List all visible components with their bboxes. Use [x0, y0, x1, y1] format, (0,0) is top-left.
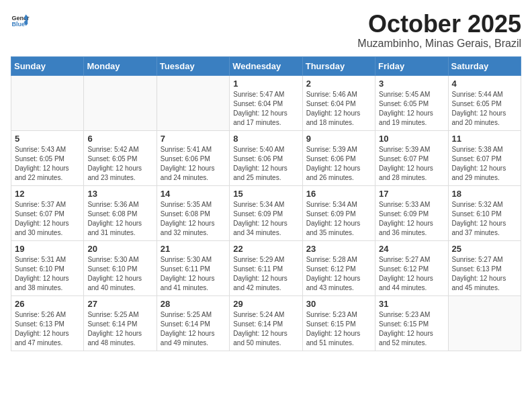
weekday-sunday: Sunday	[11, 56, 84, 75]
header: General Blue October 2025 Muzambinho, Mi…	[11, 11, 521, 50]
day-number: 28	[161, 299, 226, 309]
day-cell	[157, 75, 229, 130]
day-number: 20	[87, 244, 152, 254]
weekday-friday: Friday	[375, 56, 448, 75]
day-number: 2	[306, 79, 371, 89]
day-number: 19	[15, 244, 80, 254]
day-cell: 12Sunrise: 5:37 AMSunset: 6:07 PMDayligh…	[11, 185, 84, 240]
day-info: Sunrise: 5:25 AMSunset: 6:14 PMDaylight:…	[161, 310, 226, 348]
day-cell: 17Sunrise: 5:33 AMSunset: 6:09 PMDayligh…	[375, 185, 448, 240]
day-cell: 25Sunrise: 5:27 AMSunset: 6:13 PMDayligh…	[448, 240, 521, 295]
day-info: Sunrise: 5:27 AMSunset: 6:13 PMDaylight:…	[452, 255, 517, 293]
weekday-thursday: Thursday	[302, 56, 375, 75]
day-number: 16	[306, 189, 371, 199]
day-number: 10	[379, 134, 444, 144]
calendar: SundayMondayTuesdayWednesdayThursdayFrid…	[11, 56, 521, 351]
day-number: 18	[452, 189, 517, 199]
day-number: 31	[379, 299, 444, 309]
day-cell: 30Sunrise: 5:23 AMSunset: 6:15 PMDayligh…	[302, 295, 375, 351]
day-info: Sunrise: 5:40 AMSunset: 6:06 PMDaylight:…	[233, 145, 298, 183]
title-area: October 2025 Muzambinho, Minas Gerais, B…	[357, 11, 521, 50]
day-number: 1	[233, 79, 298, 89]
day-cell	[11, 75, 84, 130]
day-cell: 2Sunrise: 5:46 AMSunset: 6:04 PMDaylight…	[302, 75, 375, 130]
day-info: Sunrise: 5:44 AMSunset: 6:05 PMDaylight:…	[452, 90, 517, 128]
day-number: 29	[233, 299, 298, 309]
day-cell: 28Sunrise: 5:25 AMSunset: 6:14 PMDayligh…	[157, 295, 229, 351]
day-number: 8	[233, 134, 298, 144]
day-info: Sunrise: 5:30 AMSunset: 6:10 PMDaylight:…	[87, 255, 152, 293]
day-info: Sunrise: 5:32 AMSunset: 6:10 PMDaylight:…	[452, 200, 517, 238]
week-row-3: 12Sunrise: 5:37 AMSunset: 6:07 PMDayligh…	[11, 185, 521, 240]
day-info: Sunrise: 5:23 AMSunset: 6:15 PMDaylight:…	[306, 310, 371, 348]
day-cell: 23Sunrise: 5:28 AMSunset: 6:12 PMDayligh…	[302, 240, 375, 295]
day-cell: 3Sunrise: 5:45 AMSunset: 6:05 PMDaylight…	[375, 75, 448, 130]
day-info: Sunrise: 5:38 AMSunset: 6:07 PMDaylight:…	[452, 145, 517, 183]
day-cell: 7Sunrise: 5:41 AMSunset: 6:06 PMDaylight…	[157, 130, 229, 185]
day-info: Sunrise: 5:23 AMSunset: 6:15 PMDaylight:…	[379, 310, 444, 348]
day-info: Sunrise: 5:28 AMSunset: 6:12 PMDaylight:…	[306, 255, 371, 293]
day-info: Sunrise: 5:25 AMSunset: 6:14 PMDaylight:…	[87, 310, 152, 348]
weekday-tuesday: Tuesday	[157, 56, 229, 75]
day-info: Sunrise: 5:41 AMSunset: 6:06 PMDaylight:…	[161, 145, 226, 183]
day-number: 15	[233, 189, 298, 199]
day-info: Sunrise: 5:34 AMSunset: 6:09 PMDaylight:…	[306, 200, 371, 238]
day-number: 6	[87, 134, 152, 144]
logo-icon: General Blue	[11, 11, 30, 30]
day-number: 9	[306, 134, 371, 144]
day-cell: 29Sunrise: 5:24 AMSunset: 6:14 PMDayligh…	[230, 295, 302, 351]
day-cell: 11Sunrise: 5:38 AMSunset: 6:07 PMDayligh…	[448, 130, 521, 185]
day-info: Sunrise: 5:29 AMSunset: 6:11 PMDaylight:…	[233, 255, 298, 293]
day-info: Sunrise: 5:27 AMSunset: 6:12 PMDaylight:…	[379, 255, 444, 293]
day-cell: 18Sunrise: 5:32 AMSunset: 6:10 PMDayligh…	[448, 185, 521, 240]
day-cell: 10Sunrise: 5:39 AMSunset: 6:07 PMDayligh…	[375, 130, 448, 185]
day-cell: 31Sunrise: 5:23 AMSunset: 6:15 PMDayligh…	[375, 295, 448, 351]
day-number: 24	[379, 244, 444, 254]
day-number: 27	[87, 299, 152, 309]
day-info: Sunrise: 5:33 AMSunset: 6:09 PMDaylight:…	[379, 200, 444, 238]
day-info: Sunrise: 5:47 AMSunset: 6:04 PMDaylight:…	[233, 90, 298, 128]
day-info: Sunrise: 5:46 AMSunset: 6:04 PMDaylight:…	[306, 90, 371, 128]
day-info: Sunrise: 5:39 AMSunset: 6:07 PMDaylight:…	[379, 145, 444, 183]
day-info: Sunrise: 5:31 AMSunset: 6:10 PMDaylight:…	[15, 255, 80, 293]
day-info: Sunrise: 5:24 AMSunset: 6:14 PMDaylight:…	[233, 310, 298, 348]
day-cell: 6Sunrise: 5:42 AMSunset: 6:05 PMDaylight…	[84, 130, 157, 185]
day-number: 11	[452, 134, 517, 144]
week-row-1: 1Sunrise: 5:47 AMSunset: 6:04 PMDaylight…	[11, 75, 521, 130]
weekday-monday: Monday	[84, 56, 157, 75]
day-info: Sunrise: 5:37 AMSunset: 6:07 PMDaylight:…	[15, 200, 80, 238]
day-cell: 19Sunrise: 5:31 AMSunset: 6:10 PMDayligh…	[11, 240, 84, 295]
day-number: 5	[15, 134, 80, 144]
day-cell: 15Sunrise: 5:34 AMSunset: 6:09 PMDayligh…	[230, 185, 302, 240]
day-cell: 9Sunrise: 5:39 AMSunset: 6:06 PMDaylight…	[302, 130, 375, 185]
day-info: Sunrise: 5:30 AMSunset: 6:11 PMDaylight:…	[161, 255, 226, 293]
day-number: 14	[161, 189, 226, 199]
day-number: 13	[87, 189, 152, 199]
day-info: Sunrise: 5:45 AMSunset: 6:05 PMDaylight:…	[379, 90, 444, 128]
day-number: 3	[379, 79, 444, 89]
day-cell: 16Sunrise: 5:34 AMSunset: 6:09 PMDayligh…	[302, 185, 375, 240]
day-number: 22	[233, 244, 298, 254]
day-cell: 22Sunrise: 5:29 AMSunset: 6:11 PMDayligh…	[230, 240, 302, 295]
day-cell: 26Sunrise: 5:26 AMSunset: 6:13 PMDayligh…	[11, 295, 84, 351]
day-number: 7	[161, 134, 226, 144]
day-cell: 24Sunrise: 5:27 AMSunset: 6:12 PMDayligh…	[375, 240, 448, 295]
day-info: Sunrise: 5:39 AMSunset: 6:06 PMDaylight:…	[306, 145, 371, 183]
day-info: Sunrise: 5:35 AMSunset: 6:08 PMDaylight:…	[161, 200, 226, 238]
day-info: Sunrise: 5:34 AMSunset: 6:09 PMDaylight:…	[233, 200, 298, 238]
day-number: 25	[452, 244, 517, 254]
day-cell: 8Sunrise: 5:40 AMSunset: 6:06 PMDaylight…	[230, 130, 302, 185]
month-title: October 2025	[357, 11, 521, 38]
day-number: 4	[452, 79, 517, 89]
week-row-2: 5Sunrise: 5:43 AMSunset: 6:05 PMDaylight…	[11, 130, 521, 185]
day-info: Sunrise: 5:42 AMSunset: 6:05 PMDaylight:…	[87, 145, 152, 183]
day-number: 26	[15, 299, 80, 309]
week-row-5: 26Sunrise: 5:26 AMSunset: 6:13 PMDayligh…	[11, 295, 521, 351]
day-cell: 14Sunrise: 5:35 AMSunset: 6:08 PMDayligh…	[157, 185, 229, 240]
day-number: 30	[306, 299, 371, 309]
day-cell: 27Sunrise: 5:25 AMSunset: 6:14 PMDayligh…	[84, 295, 157, 351]
day-cell: 5Sunrise: 5:43 AMSunset: 6:05 PMDaylight…	[11, 130, 84, 185]
day-cell	[84, 75, 157, 130]
day-number: 17	[379, 189, 444, 199]
day-cell: 20Sunrise: 5:30 AMSunset: 6:10 PMDayligh…	[84, 240, 157, 295]
